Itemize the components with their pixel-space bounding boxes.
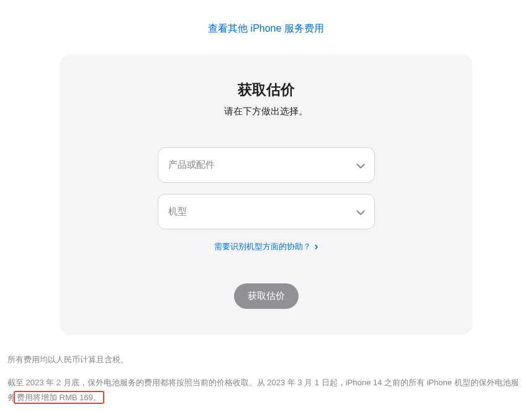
- identify-model-help-link[interactable]: 需要识别机型方面的协助？: [214, 242, 318, 251]
- product-select-label: 产品或配件: [168, 159, 215, 171]
- model-select-wrapper: 机型: [158, 194, 375, 229]
- model-select-label: 机型: [168, 206, 187, 217]
- card-subtitle: 请在下方做出选择。: [84, 106, 448, 117]
- price-increase-highlight: 费用将增加 RMB 169。: [14, 391, 104, 404]
- product-select[interactable]: 产品或配件: [158, 147, 375, 183]
- footer-line-1: 所有费用均以人民币计算且含税。: [7, 352, 525, 368]
- help-link-label: 需要识别机型方面的协助？: [214, 242, 311, 251]
- card-title: 获取估价: [84, 80, 448, 99]
- get-estimate-button[interactable]: 获取估价: [234, 283, 299, 309]
- estimate-card: 获取估价 请在下方做出选择。 产品或配件 机型 需要识别机型方面的协助？: [60, 54, 472, 335]
- model-select[interactable]: 机型: [158, 194, 375, 229]
- chevron-right-icon: [315, 242, 318, 251]
- top-link-wrapper: 查看其他 iPhone 服务费用: [6, 0, 526, 54]
- help-link-wrapper: 需要识别机型方面的协助？: [84, 240, 448, 252]
- product-select-wrapper: 产品或配件: [158, 147, 375, 183]
- view-other-services-link[interactable]: 查看其他 iPhone 服务费用: [208, 23, 324, 34]
- footer-text: 所有费用均以人民币计算且含税。 截至 2023 年 2 月底，保外电池服务的费用…: [6, 352, 526, 406]
- footer-line-2: 截至 2023 年 2 月底，保外电池服务的费用都将按照当前的价格收取。从 20…: [7, 375, 525, 406]
